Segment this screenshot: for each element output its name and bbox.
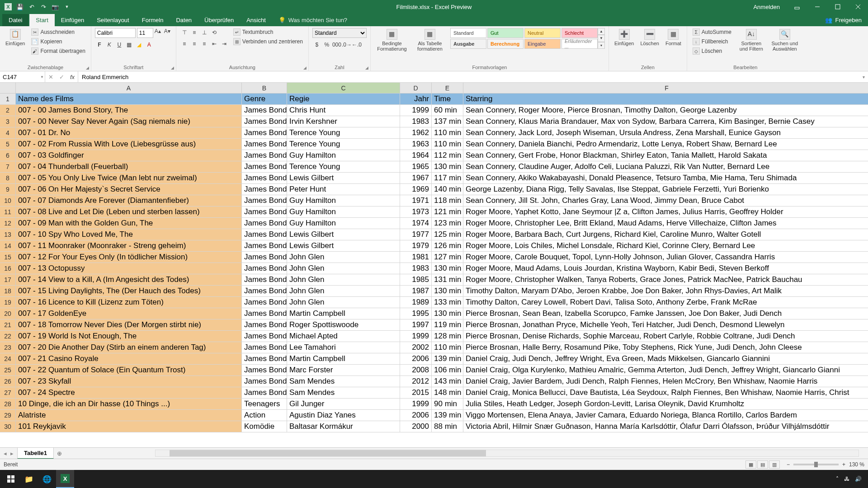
cell-b29[interactable]: Action [242,410,287,421]
cell-d30[interactable]: 2000 [400,421,432,432]
row-header-16[interactable]: 16 [0,263,16,274]
cell-d17[interactable]: 1985 [400,274,432,286]
gallery-more-icon[interactable]: ▾ [598,42,605,49]
cell-a20[interactable]: 007 - 17 GoldenEye [16,308,242,319]
cell-f17[interactable]: Roger Moore, Christopher Walken, Tanya R… [463,274,868,286]
row-header-8[interactable]: 8 [0,173,16,184]
cell-d20[interactable]: 1995 [400,308,432,319]
cell-d27[interactable]: 2015 [400,387,432,399]
align-middle-icon[interactable]: ≡ [190,28,199,37]
col-header-D[interactable]: D [400,83,432,94]
align-center-icon[interactable]: ≡ [190,39,199,48]
row-header-1[interactable]: 1 [0,94,16,105]
cell-b10[interactable]: James Bond [242,195,287,206]
row-header-21[interactable]: 21 [0,319,16,331]
cell-a10[interactable]: 007 - 07 Diamonds Are Forever (Diamanten… [16,195,242,206]
cell-b28[interactable]: Teenagers [242,399,287,410]
row-header-7[interactable]: 7 [0,161,16,173]
zoom-out-icon[interactable]: − [787,461,790,468]
row-header-9[interactable]: 9 [0,184,16,195]
row-header-20[interactable]: 20 [0,308,16,319]
cell-c14[interactable]: Lewis Gilbert [287,240,400,252]
cell-b12[interactable]: James Bond [242,218,287,229]
format-cells-button[interactable]: ▦Format [664,28,683,47]
cell-d19[interactable]: 1989 [400,297,432,308]
cell-c10[interactable]: Guy Hamilton [287,195,400,206]
close-icon[interactable] [848,0,868,14]
cell-f11[interactable]: Roger Moore, Yaphet Kotto, Jane Seymour … [463,206,868,218]
cell-c29[interactable]: Agustin Diaz Yanes [287,410,400,421]
cell-e5[interactable]: 110 min [432,139,463,150]
sheet-nav-last-icon[interactable]: ▸ [10,450,14,457]
tab-review[interactable]: Überprüfen [198,14,240,26]
excel-taskbar-icon[interactable]: X [56,470,74,488]
cell-f14[interactable]: Roger Moore, Lois Chiles, Michel Lonsdal… [463,240,868,252]
cell-f4[interactable]: Sean Connery, Jack Lord, Joseph Wiseman,… [463,127,868,139]
cell-c17[interactable]: John Glen [287,274,400,286]
cell-a26[interactable]: 007 - 23 Skyfall [16,376,242,387]
cell-c30[interactable]: Baltasar Kormákur [287,421,400,432]
cell-a16[interactable]: 007 - 13 Octopussy [16,263,242,274]
page-break-view-icon[interactable]: ▥ [769,460,780,469]
currency-icon[interactable]: $ [312,40,321,49]
sheet-tab-active[interactable]: Tabelle1 [17,447,54,459]
cell-c9[interactable]: Peter Hunt [287,184,400,195]
cell-a13[interactable]: 007 - 10 Spy Who Loved Me, The [16,229,242,240]
zoom-slider[interactable] [793,464,839,465]
percent-icon[interactable]: % [322,40,331,49]
cell-d12[interactable]: 1974 [400,218,432,229]
cell-c15[interactable]: John Glen [287,252,400,263]
cell-f8[interactable]: Sean Connery, Akiko Wakabayashi, Donald … [463,173,868,184]
cell-b13[interactable]: James Bond [242,229,287,240]
row-header-19[interactable]: 19 [0,297,16,308]
cell-e14[interactable]: 126 min [432,240,463,252]
row-header-14[interactable]: 14 [0,240,16,252]
tray-chevron-icon[interactable]: ˄ [836,476,839,482]
launcher-icon[interactable]: ◢ [365,66,368,70]
cell-d3[interactable]: 1983 [400,116,432,127]
cell-c23[interactable]: Lee Tamahori [287,342,400,353]
row-header-28[interactable]: 28 [0,399,16,410]
sheet-nav-first-icon[interactable]: ◂ [4,450,7,457]
tray-volume-icon[interactable]: 🔊 [855,476,862,482]
cell-a23[interactable]: 007 - 20 Die Another Day (Stirb an einem… [16,342,242,353]
cell-b30[interactable]: Komödie [242,421,287,432]
cell-a8[interactable]: 007 - 05 You Only Live Twice (Man lebt n… [16,173,242,184]
increase-decimal-icon[interactable]: .0→ [342,40,351,49]
cell-c8[interactable]: Lewis Gilbert [287,173,400,184]
cell-d10[interactable]: 1971 [400,195,432,206]
row-header-27[interactable]: 27 [0,387,16,399]
cell-e30[interactable]: 88 min [432,421,463,432]
sort-filter-button[interactable]: A↓Sortieren und Filtern [736,28,767,52]
cell-a5[interactable]: 007 - 02 From Russia With Love (Liebesgr… [16,139,242,150]
cell-f16[interactable]: Roger Moore, Maud Adams, Louis Jourdan, … [463,263,868,274]
cell-c13[interactable]: Lewis Gilbert [287,229,400,240]
cell-e15[interactable]: 127 min [432,252,463,263]
page-layout-view-icon[interactable]: ▤ [757,460,768,469]
number-format-select[interactable]: Standard [312,28,367,38]
cell-e27[interactable]: 148 min [432,387,463,399]
border-button[interactable]: ▦ [125,40,134,49]
align-bottom-icon[interactable]: ⊥ [200,28,209,37]
cell-f25[interactable]: Daniel Craig, Olga Kurylenko, Mathieu Am… [463,365,868,376]
decrease-font-icon[interactable]: A▾ [164,28,172,38]
style-eingabe[interactable]: Eingabe [524,39,561,49]
cell-b11[interactable]: James Bond [242,206,287,218]
cell-e17[interactable]: 131 min [432,274,463,286]
row-header-11[interactable]: 11 [0,206,16,218]
cell-f15[interactable]: Roger Moore, Carole Bouquet, Topol, Lynn… [463,252,868,263]
style-erlauternd[interactable]: Erläuternder ... [561,39,598,49]
cell-d13[interactable]: 1977 [400,229,432,240]
formula-input[interactable]: Roland Emmerich [78,71,859,82]
launcher-icon[interactable]: ◢ [86,66,89,70]
add-sheet-button[interactable]: ⊕ [54,450,65,457]
cell-c25[interactable]: Marc Forster [287,365,400,376]
cell-c26[interactable]: Sam Mendes [287,376,400,387]
cell-f27[interactable]: Daniel Craig, Monica Bellucci, Dave Baut… [463,387,868,399]
cell-e3[interactable]: 137 min [432,116,463,127]
bold-button[interactable]: F [95,40,104,49]
cell-a22[interactable]: 007 - 19 World Is Not Enough, The [16,331,242,342]
cell-f10[interactable]: Sean Connery, Jill St. John, Charles Gra… [463,195,868,206]
cell-a19[interactable]: 007 - 16 Licence to Kill (Lizenz zum Töt… [16,297,242,308]
cell-a6[interactable]: 007 - 03 Goldfinger [16,150,242,161]
